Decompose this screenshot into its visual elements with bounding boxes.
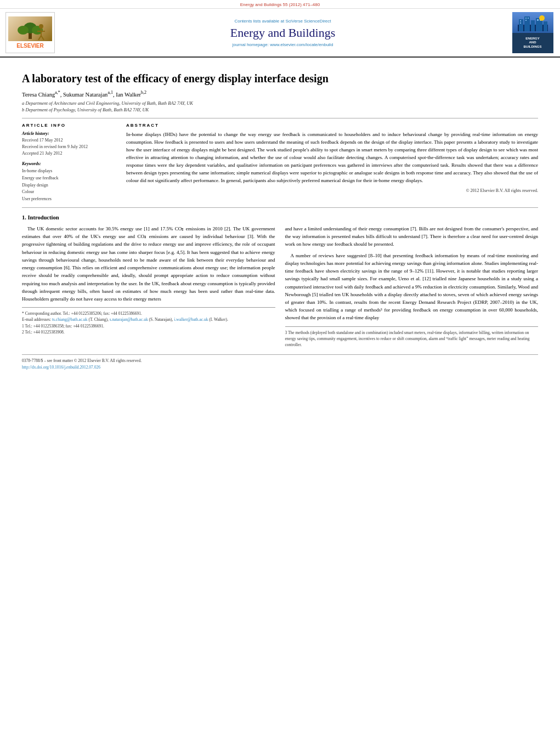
intro-para-1: The UK domestic sector accounts for 30.5… [22, 225, 275, 303]
affil-b: b Department of Psychology, University o… [22, 106, 538, 114]
journal-homepage: journal homepage: www.elsevier.com/locat… [233, 42, 333, 47]
svg-rect-12 [531, 20, 535, 31]
doi-line: http://dx.doi.org/10.1016/j.enbuild.2012… [22, 364, 538, 370]
keyword-5: User preferences [22, 196, 115, 203]
revised-date: Received in revised form 9 July 2012 [22, 144, 115, 150]
eb-logo-right: ENERGY AND BUILDINGS [511, 12, 555, 53]
paper-title: A laboratory test of the efficacy of ene… [22, 71, 538, 86]
email3: i.walker@bath.ac.uk [174, 317, 208, 322]
footnote-star: * Corresponding author. Tel.: +44 012253… [22, 310, 275, 316]
author3-sup: b,2 [141, 90, 146, 95]
journal-ref-text: Energy and Buildings 55 (2012) 471–480 [240, 2, 320, 7]
sciverse-text: Contents lists available at [234, 19, 284, 24]
divider-2 [22, 207, 538, 208]
copyright: © 2012 Elsevier B.V. All rights reserved… [126, 188, 538, 193]
author1-sup: a,* [55, 90, 60, 95]
email2: s.natarajan@bath.ac.uk [110, 317, 148, 322]
journal-header: ELSEVIER Contents lists available at Sci… [0, 9, 560, 58]
footnotes-right: 3 The methods (deployed both standalone … [285, 326, 539, 348]
journal-reference: Energy and Buildings 55 (2012) 471–480 [0, 0, 560, 9]
email2-name: (S. Natarajan), [149, 317, 173, 322]
author2-name: Sukumar Natarajan [63, 92, 108, 98]
affiliations: a Department of Architecture and Civil E… [22, 100, 538, 114]
footnote-2: 2 Tel.: +44 01225383908. [22, 329, 275, 335]
eb-logo-box: ENERGY AND BUILDINGS [512, 12, 553, 53]
svg-rect-11 [524, 16, 530, 31]
sciverse-link-text: SciVerse ScienceDirect [285, 19, 331, 24]
keyword-4: Colour [22, 189, 115, 196]
paper-content: A laboratory test of the efficacy of ene… [0, 58, 560, 378]
keyword-3: Display design [22, 182, 115, 189]
author2-sup: a,1 [108, 90, 113, 95]
footnote-emails: E-mail addresses: ts.chiang@bath.ac.uk (… [22, 316, 275, 323]
journal-title: Energy and Buildings [230, 26, 335, 40]
footnotes-left: * Corresponding author. Tel.: +44 012253… [22, 307, 275, 335]
svg-rect-18 [528, 18, 529, 19]
body-right-col: and have a limited understanding of thei… [285, 225, 539, 348]
abstract-heading: ABSTRACT [126, 123, 538, 128]
article-history-title: Article history: [22, 131, 115, 136]
svg-rect-15 [520, 20, 521, 21]
sciverse-info: Contents lists available at SciVerse Sci… [234, 19, 331, 24]
svg-point-4 [39, 24, 43, 29]
email1-name: (T. Chiang), [88, 317, 108, 322]
footnote-3: 3 The methods (deployed both standalone … [285, 330, 539, 348]
accepted-date: Accepted 21 July 2012 [22, 150, 115, 157]
email1: ts.chiang@bath.ac.uk [52, 317, 88, 322]
divider [22, 118, 538, 118]
article-info-heading: ARTICLE INFO [22, 123, 115, 128]
eb-title-line2: AND [529, 41, 536, 45]
doi-link: http://dx.doi.org/10.1016/j.enbuild.2012… [22, 365, 100, 370]
abstract-col: ABSTRACT In-home displays (IHDs) have th… [126, 123, 538, 203]
svg-rect-14 [544, 21, 547, 31]
svg-point-22 [539, 15, 545, 21]
elsevier-logo: ELSEVIER [5, 12, 55, 53]
elsevier-logo-image [8, 16, 52, 41]
bottom-bar: 0378-7788/$ – see front matter © 2012 El… [22, 354, 538, 370]
issn-line: 0378-7788/$ – see front matter © 2012 El… [22, 358, 538, 364]
keyword-1: In-home displays [22, 168, 115, 175]
eb-title-line1: ENERGY [525, 37, 539, 41]
intro-para-right-2: A number of reviews have suggested [8–10… [285, 252, 539, 322]
keyword-2: Energy use feedback [22, 175, 115, 182]
authors-line: Teresa Chianga,*, Sukumar Natarajana,1, … [22, 90, 538, 98]
received-date: Received 17 May 2012 [22, 137, 115, 144]
svg-rect-20 [537, 19, 539, 21]
email-label: E-mail addresses: [22, 317, 51, 322]
homepage-url: www.elsevier.com/locate/enbuild [270, 42, 333, 47]
svg-line-8 [41, 36, 44, 40]
eb-logo-image [512, 12, 553, 33]
svg-line-7 [38, 36, 41, 40]
abstract-text: In-home displays (IHDs) have the potenti… [126, 131, 538, 185]
homepage-label: journal homepage: [233, 42, 269, 47]
svg-point-2 [18, 26, 29, 35]
affil-a: a Department of Architecture and Civil E… [22, 100, 538, 107]
author1-name: Teresa Chiang [22, 92, 55, 98]
journal-center-info: Contents lists available at SciVerse Sci… [60, 12, 505, 53]
keywords-heading: Keywords: [22, 161, 115, 166]
footnote-1: 1 Tel.: +44 01225386358; fax: +44 012253… [22, 323, 275, 329]
info-abstract-row: ARTICLE INFO Article history: Received 1… [22, 123, 538, 203]
author3-name: Ian Walker [116, 92, 141, 98]
section-introduction: 1. Introduction The UK domestic sector a… [22, 214, 538, 348]
section-heading: 1. Introduction [22, 214, 538, 220]
svg-rect-16 [520, 22, 521, 24]
email3-name: (I. Walker). [209, 317, 228, 322]
elsevier-brand: ELSEVIER [16, 43, 43, 49]
svg-rect-17 [525, 18, 527, 19]
body-left-col: The UK domestic sector accounts for 30.5… [22, 225, 275, 348]
article-info-col: ARTICLE INFO Article history: Received 1… [22, 123, 115, 203]
eb-title-line3: BUILDINGS [524, 45, 542, 49]
svg-rect-19 [525, 20, 527, 21]
eb-logo-text: ENERGY AND BUILDINGS [512, 33, 553, 54]
body-two-col: The UK domestic sector accounts for 30.5… [22, 225, 538, 348]
intro-para-right-1: and have a limited understanding of thei… [285, 225, 539, 248]
